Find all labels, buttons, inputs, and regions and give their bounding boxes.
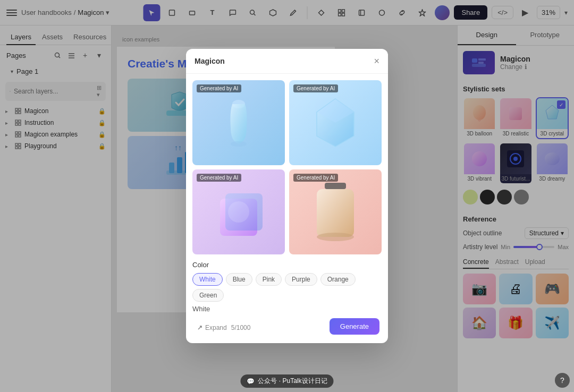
color-chip-orange[interactable]: Orange bbox=[320, 273, 356, 286]
color-chip-green[interactable]: Green bbox=[192, 289, 224, 302]
modal-footer: Expand 5/1000 Generate bbox=[192, 318, 382, 337]
watermark-text: 公众号 · PuTalk设计日记 bbox=[258, 377, 327, 386]
expand-label: Expand bbox=[205, 324, 227, 331]
ai-badge-2: Generated by AI bbox=[293, 84, 338, 92]
modal: Magicon × Generated by AI Generated by bbox=[186, 49, 388, 343]
watermark: 💬 公众号 · PuTalk设计日记 bbox=[240, 374, 333, 388]
color-value: White bbox=[192, 305, 382, 313]
expand-row: Expand 5/1000 bbox=[195, 320, 252, 334]
svg-rect-69 bbox=[325, 183, 346, 189]
watermark-icon: 💬 bbox=[247, 378, 255, 385]
modal-body: Generated by AI Generated by AI bbox=[186, 74, 388, 343]
jar-svg bbox=[309, 180, 362, 244]
modal-title: Magicon bbox=[195, 57, 225, 65]
svg-point-63 bbox=[231, 141, 247, 147]
modal-image-bottle: Generated by AI bbox=[192, 80, 285, 165]
ai-badge-1: Generated by AI bbox=[197, 84, 241, 92]
color-section: Color White Blue Pink Purple Orange Gree… bbox=[192, 261, 382, 313]
expand-link[interactable]: Expand bbox=[197, 324, 227, 331]
modal-close-button[interactable]: × bbox=[374, 56, 379, 66]
ai-badge-3: Generated by AI bbox=[197, 174, 241, 182]
color-chip-pink[interactable]: Pink bbox=[256, 273, 282, 286]
help-button[interactable]: ? bbox=[555, 373, 570, 388]
color-label: Color bbox=[192, 261, 382, 269]
color-chip-purple[interactable]: Purple bbox=[285, 273, 317, 286]
svg-rect-70 bbox=[317, 189, 354, 237]
char-count: 5/1000 bbox=[231, 324, 251, 331]
generate-button[interactable]: Generate bbox=[330, 318, 379, 335]
modal-image-jar: Generated by AI bbox=[289, 169, 382, 254]
color-chip-white[interactable]: White bbox=[192, 273, 223, 286]
modal-image-glow-box: Generated by AI bbox=[192, 169, 285, 254]
modal-overlay[interactable]: Magicon × Generated by AI Generated by bbox=[0, 0, 574, 392]
modal-header: Magicon × bbox=[186, 49, 388, 74]
modal-image-grid: Generated by AI Generated by AI bbox=[192, 80, 382, 254]
svg-point-71 bbox=[317, 233, 354, 241]
color-options: White Blue Pink Purple Orange Green bbox=[192, 273, 382, 302]
ai-badge-4: Generated by AI bbox=[293, 174, 338, 182]
svg-point-68 bbox=[228, 201, 249, 223]
modal-image-crystal-box: Generated by AI bbox=[289, 80, 382, 165]
crystal-box-svg bbox=[306, 93, 365, 152]
color-chip-blue[interactable]: Blue bbox=[226, 273, 252, 286]
bottle-svg bbox=[220, 91, 257, 155]
expand-icon bbox=[197, 325, 203, 331]
glow-box-svg bbox=[209, 183, 268, 241]
